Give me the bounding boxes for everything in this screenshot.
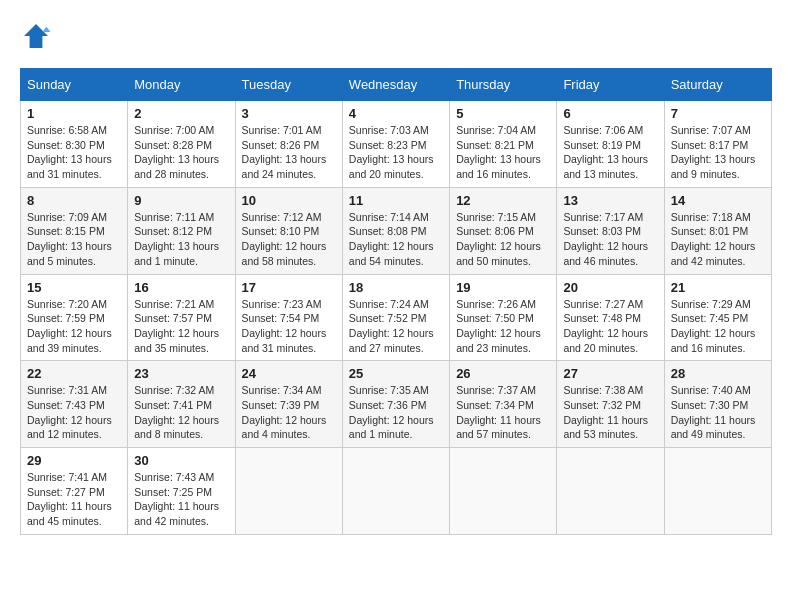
weekday-header-wednesday: Wednesday [342,69,449,101]
calendar-cell: 10Sunrise: 7:12 AMSunset: 8:10 PMDayligh… [235,187,342,274]
calendar-cell: 3Sunrise: 7:01 AMSunset: 8:26 PMDaylight… [235,101,342,188]
day-info: Sunrise: 7:38 AMSunset: 7:32 PMDaylight:… [563,383,657,442]
day-number: 13 [563,193,657,208]
calendar-cell: 21Sunrise: 7:29 AMSunset: 7:45 PMDayligh… [664,274,771,361]
day-info: Sunrise: 7:09 AMSunset: 8:15 PMDaylight:… [27,210,121,269]
calendar-cell: 29Sunrise: 7:41 AMSunset: 7:27 PMDayligh… [21,448,128,535]
day-number: 2 [134,106,228,121]
calendar-cell: 16Sunrise: 7:21 AMSunset: 7:57 PMDayligh… [128,274,235,361]
calendar-cell: 17Sunrise: 7:23 AMSunset: 7:54 PMDayligh… [235,274,342,361]
calendar-cell: 5Sunrise: 7:04 AMSunset: 8:21 PMDaylight… [450,101,557,188]
calendar-cell: 13Sunrise: 7:17 AMSunset: 8:03 PMDayligh… [557,187,664,274]
day-info: Sunrise: 7:34 AMSunset: 7:39 PMDaylight:… [242,383,336,442]
day-info: Sunrise: 7:37 AMSunset: 7:34 PMDaylight:… [456,383,550,442]
day-number: 1 [27,106,121,121]
day-number: 23 [134,366,228,381]
day-info: Sunrise: 7:35 AMSunset: 7:36 PMDaylight:… [349,383,443,442]
weekday-header-saturday: Saturday [664,69,771,101]
day-info: Sunrise: 7:07 AMSunset: 8:17 PMDaylight:… [671,123,765,182]
calendar-cell: 28Sunrise: 7:40 AMSunset: 7:30 PMDayligh… [664,361,771,448]
day-info: Sunrise: 7:32 AMSunset: 7:41 PMDaylight:… [134,383,228,442]
day-info: Sunrise: 7:24 AMSunset: 7:52 PMDaylight:… [349,297,443,356]
page-header [20,20,772,52]
calendar-cell: 9Sunrise: 7:11 AMSunset: 8:12 PMDaylight… [128,187,235,274]
day-number: 9 [134,193,228,208]
day-number: 27 [563,366,657,381]
day-number: 21 [671,280,765,295]
calendar-cell: 15Sunrise: 7:20 AMSunset: 7:59 PMDayligh… [21,274,128,361]
day-number: 16 [134,280,228,295]
calendar-cell [450,448,557,535]
calendar-cell: 18Sunrise: 7:24 AMSunset: 7:52 PMDayligh… [342,274,449,361]
day-number: 12 [456,193,550,208]
weekday-header-row: SundayMondayTuesdayWednesdayThursdayFrid… [21,69,772,101]
day-number: 10 [242,193,336,208]
calendar-cell: 30Sunrise: 7:43 AMSunset: 7:25 PMDayligh… [128,448,235,535]
weekday-header-friday: Friday [557,69,664,101]
weekday-header-tuesday: Tuesday [235,69,342,101]
calendar-cell: 4Sunrise: 7:03 AMSunset: 8:23 PMDaylight… [342,101,449,188]
calendar-cell: 22Sunrise: 7:31 AMSunset: 7:43 PMDayligh… [21,361,128,448]
calendar-cell [664,448,771,535]
calendar-cell: 25Sunrise: 7:35 AMSunset: 7:36 PMDayligh… [342,361,449,448]
day-info: Sunrise: 7:15 AMSunset: 8:06 PMDaylight:… [456,210,550,269]
weekday-header-thursday: Thursday [450,69,557,101]
day-info: Sunrise: 7:17 AMSunset: 8:03 PMDaylight:… [563,210,657,269]
day-number: 3 [242,106,336,121]
day-number: 22 [27,366,121,381]
calendar-cell: 26Sunrise: 7:37 AMSunset: 7:34 PMDayligh… [450,361,557,448]
day-info: Sunrise: 7:41 AMSunset: 7:27 PMDaylight:… [27,470,121,529]
day-info: Sunrise: 7:23 AMSunset: 7:54 PMDaylight:… [242,297,336,356]
calendar-cell: 24Sunrise: 7:34 AMSunset: 7:39 PMDayligh… [235,361,342,448]
calendar-cell: 11Sunrise: 7:14 AMSunset: 8:08 PMDayligh… [342,187,449,274]
calendar-cell: 2Sunrise: 7:00 AMSunset: 8:28 PMDaylight… [128,101,235,188]
day-info: Sunrise: 7:40 AMSunset: 7:30 PMDaylight:… [671,383,765,442]
calendar-cell [557,448,664,535]
day-info: Sunrise: 7:29 AMSunset: 7:45 PMDaylight:… [671,297,765,356]
day-info: Sunrise: 7:01 AMSunset: 8:26 PMDaylight:… [242,123,336,182]
day-number: 5 [456,106,550,121]
calendar-week-4: 22Sunrise: 7:31 AMSunset: 7:43 PMDayligh… [21,361,772,448]
day-info: Sunrise: 7:18 AMSunset: 8:01 PMDaylight:… [671,210,765,269]
day-info: Sunrise: 7:43 AMSunset: 7:25 PMDaylight:… [134,470,228,529]
calendar-cell [342,448,449,535]
calendar-cell: 12Sunrise: 7:15 AMSunset: 8:06 PMDayligh… [450,187,557,274]
day-number: 7 [671,106,765,121]
day-number: 30 [134,453,228,468]
day-info: Sunrise: 7:06 AMSunset: 8:19 PMDaylight:… [563,123,657,182]
day-number: 14 [671,193,765,208]
calendar-table: SundayMondayTuesdayWednesdayThursdayFrid… [20,68,772,535]
day-number: 15 [27,280,121,295]
svg-marker-0 [24,24,48,48]
calendar-cell: 8Sunrise: 7:09 AMSunset: 8:15 PMDaylight… [21,187,128,274]
weekday-header-sunday: Sunday [21,69,128,101]
day-info: Sunrise: 7:27 AMSunset: 7:48 PMDaylight:… [563,297,657,356]
calendar-cell: 6Sunrise: 7:06 AMSunset: 8:19 PMDaylight… [557,101,664,188]
day-info: Sunrise: 6:58 AMSunset: 8:30 PMDaylight:… [27,123,121,182]
day-info: Sunrise: 7:14 AMSunset: 8:08 PMDaylight:… [349,210,443,269]
day-number: 19 [456,280,550,295]
calendar-week-1: 1Sunrise: 6:58 AMSunset: 8:30 PMDaylight… [21,101,772,188]
logo-icon [20,20,52,52]
weekday-header-monday: Monday [128,69,235,101]
logo [20,20,58,52]
calendar-cell [235,448,342,535]
day-info: Sunrise: 7:00 AMSunset: 8:28 PMDaylight:… [134,123,228,182]
svg-marker-1 [42,26,50,32]
day-number: 17 [242,280,336,295]
calendar-cell: 20Sunrise: 7:27 AMSunset: 7:48 PMDayligh… [557,274,664,361]
day-info: Sunrise: 7:03 AMSunset: 8:23 PMDaylight:… [349,123,443,182]
day-info: Sunrise: 7:26 AMSunset: 7:50 PMDaylight:… [456,297,550,356]
day-info: Sunrise: 7:31 AMSunset: 7:43 PMDaylight:… [27,383,121,442]
day-number: 25 [349,366,443,381]
day-info: Sunrise: 7:12 AMSunset: 8:10 PMDaylight:… [242,210,336,269]
day-number: 18 [349,280,443,295]
day-number: 11 [349,193,443,208]
day-number: 26 [456,366,550,381]
day-info: Sunrise: 7:20 AMSunset: 7:59 PMDaylight:… [27,297,121,356]
calendar-cell: 7Sunrise: 7:07 AMSunset: 8:17 PMDaylight… [664,101,771,188]
day-info: Sunrise: 7:11 AMSunset: 8:12 PMDaylight:… [134,210,228,269]
calendar-week-2: 8Sunrise: 7:09 AMSunset: 8:15 PMDaylight… [21,187,772,274]
day-number: 24 [242,366,336,381]
day-number: 6 [563,106,657,121]
